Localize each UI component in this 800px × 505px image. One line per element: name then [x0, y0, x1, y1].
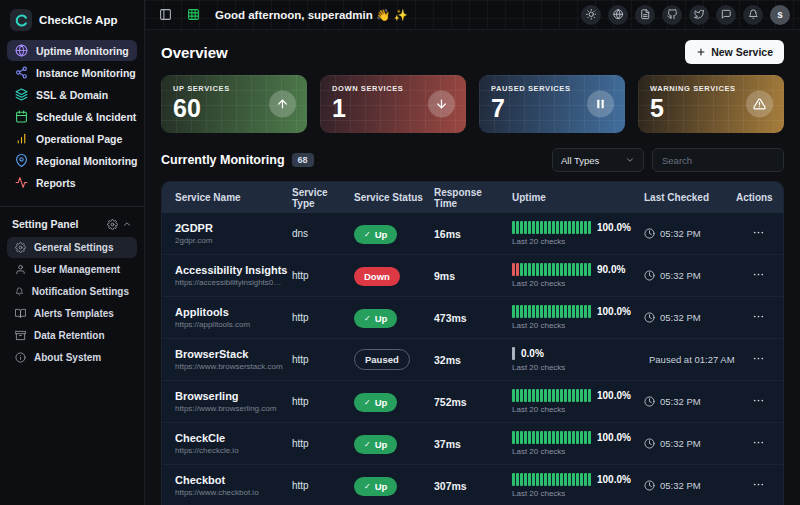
monitoring-filters: All Types	[552, 148, 784, 172]
table-row-browserling[interactable]: Browserling https://www.browserling.com …	[162, 381, 783, 423]
stat-card-paused-services[interactable]: PAUSED SERVICES 7	[479, 75, 625, 133]
service-status-cell: Paused	[346, 349, 426, 370]
service-url: https://www.checkbot.io	[175, 488, 284, 497]
arrow-up-icon	[269, 91, 296, 118]
apps-grid-button[interactable]	[183, 5, 203, 25]
sidebar-item-schedule-incident[interactable]: Schedule & Incident	[7, 106, 137, 127]
bell-icon-button[interactable]	[743, 5, 763, 25]
table-row-2gdpr[interactable]: 2GDPR 2gdpr.com dns ✓Up 16ms 100.0% Last…	[162, 213, 783, 255]
ellipsis-icon	[752, 352, 765, 365]
sidebar-item-reports[interactable]: Reports	[7, 172, 137, 193]
new-service-label: New Service	[711, 46, 773, 58]
info-icon	[15, 352, 26, 363]
service-name: Checkbot	[175, 474, 284, 486]
sidebar-collapse-button[interactable]	[155, 5, 175, 25]
uptime-cell: 100.0% Last 20 checks	[504, 389, 636, 414]
service-url: https://www.browserstack.com	[175, 362, 284, 371]
page-title: Overview	[161, 44, 228, 61]
sidebar-item-notification-settings[interactable]: Notification Settings	[7, 281, 137, 302]
sidebar-item-instance-monitoring[interactable]: Instance Monitoring	[7, 62, 137, 83]
clock-icon	[644, 396, 655, 407]
actions-cell	[728, 434, 783, 454]
table-row-applitools[interactable]: Applitools https://applitools.com http ✓…	[162, 297, 783, 339]
sidebar-item-user-management[interactable]: User Management	[7, 259, 137, 280]
user-avatar[interactable]: s	[770, 5, 790, 25]
uptime-percent: 90.0%	[597, 264, 625, 275]
table-row-checkbot[interactable]: Checkbot https://www.checkbot.io http ✓U…	[162, 465, 783, 505]
sidebar-item-regional-monitoring[interactable]: Regional Monitoring	[7, 150, 137, 171]
sidebar-item-operational-page[interactable]: Operational Page	[7, 128, 137, 149]
response-time: 473ms	[426, 312, 504, 324]
plus-icon	[696, 47, 706, 57]
topbar-actions: s	[581, 5, 790, 25]
checks-caption: Last 20 checks	[512, 321, 636, 330]
service-url: https://applitools.com	[175, 320, 284, 329]
plus-icon	[696, 47, 706, 57]
settings-nav: General Settings User Management Notific…	[0, 236, 144, 369]
github-icon-button[interactable]	[662, 5, 682, 25]
app-root: CheckCle App Uptime Monitoring Instance …	[0, 0, 800, 505]
table-row-accessibility-insights[interactable]: Accessibility Insights https://accessibi…	[162, 255, 783, 297]
line-chart-icon	[15, 176, 28, 189]
type-filter-select[interactable]: All Types	[552, 148, 644, 172]
new-service-button[interactable]: New Service	[685, 40, 784, 64]
actions-cell	[728, 266, 783, 286]
sidebar-item-general-settings[interactable]: General Settings	[7, 237, 137, 258]
sidebar-item-label: Uptime Monitoring	[36, 45, 129, 57]
sidebar-divider	[0, 206, 144, 207]
twitter-icon-button[interactable]	[689, 5, 709, 25]
warning-icon	[746, 91, 773, 118]
last-checked: 05:32 PM	[636, 270, 728, 281]
check-icon: ✓	[364, 230, 371, 239]
table-body: 2GDPR 2gdpr.com dns ✓Up 16ms 100.0% Last…	[162, 213, 783, 505]
service-status-cell: Down	[346, 266, 426, 286]
bell-icon	[15, 286, 24, 297]
monitoring-table: Service NameService TypeService StatusRe…	[161, 181, 784, 505]
search-input[interactable]	[652, 148, 784, 172]
stat-card-up-services[interactable]: UP SERVICES 60	[161, 75, 307, 133]
monitoring-title-group: Currently Monitoring 68	[161, 153, 314, 167]
row-actions-button[interactable]	[748, 392, 769, 412]
row-actions-button[interactable]	[748, 266, 769, 286]
sun-icon-button[interactable]	[581, 5, 601, 25]
response-time: 9ms	[426, 270, 504, 282]
file-icon-button[interactable]	[635, 5, 655, 25]
chat-icon-button[interactable]	[716, 5, 736, 25]
service-name: 2GDPR	[175, 222, 284, 234]
sidebar-item-ssl-domain[interactable]: SSL & Domain	[7, 84, 137, 105]
app-logo[interactable]: CheckCle App	[0, 0, 144, 39]
stat-card-down-services[interactable]: DOWN SERVICES 1	[320, 75, 466, 133]
settings-panel-toggle[interactable]: Setting Panel	[0, 213, 144, 236]
sidebar-item-about-system[interactable]: About System	[7, 347, 137, 368]
last-checked: 05:32 PM	[636, 396, 728, 407]
row-actions-button[interactable]	[748, 350, 769, 370]
sidebar-item-uptime-monitoring[interactable]: Uptime Monitoring	[7, 40, 137, 61]
stat-card-warning-services[interactable]: WARNING SERVICES 5	[638, 75, 784, 133]
row-actions-button[interactable]	[748, 476, 769, 496]
sidebar-item-data-retention[interactable]: Data Retention	[7, 325, 137, 346]
row-actions-button[interactable]	[748, 308, 769, 328]
sidebar-item-label: Data Retention	[34, 330, 105, 341]
sidebar-item-label: Reports	[36, 177, 76, 189]
clock-icon	[644, 438, 655, 449]
sidebar-item-label: User Management	[34, 264, 120, 275]
content: Overview New Service UP SERVICES 60 DOWN…	[145, 30, 800, 505]
row-actions-button[interactable]	[748, 434, 769, 454]
row-actions-button[interactable]	[748, 224, 769, 244]
table-row-browserstack[interactable]: BrowserStack https://www.browserstack.co…	[162, 339, 783, 381]
calendar-icon	[15, 110, 28, 123]
sidebar-item-label: SSL & Domain	[36, 89, 108, 101]
column-header-response-time: Response Time	[426, 187, 504, 209]
sidebar-item-label: Schedule & Incident	[36, 111, 136, 123]
chat-icon	[721, 9, 732, 20]
sidebar-item-label: Notification Settings	[32, 286, 129, 297]
arrow-down-icon	[428, 91, 455, 118]
service-name-cell: Applitools https://applitools.com	[162, 306, 284, 329]
settings-panel-icons	[107, 219, 132, 230]
sidebar-item-alerts-templates[interactable]: Alerts Templates	[7, 303, 137, 324]
column-header-service-type: Service Type	[284, 187, 346, 209]
table-row-checkcle[interactable]: CheckCle https://checkcle.io http ✓Up 37…	[162, 423, 783, 465]
uptime-percent: 100.0%	[597, 474, 631, 485]
globe-icon-button[interactable]	[608, 5, 628, 25]
service-name-cell: Browserling https://www.browserling.com	[162, 390, 284, 413]
